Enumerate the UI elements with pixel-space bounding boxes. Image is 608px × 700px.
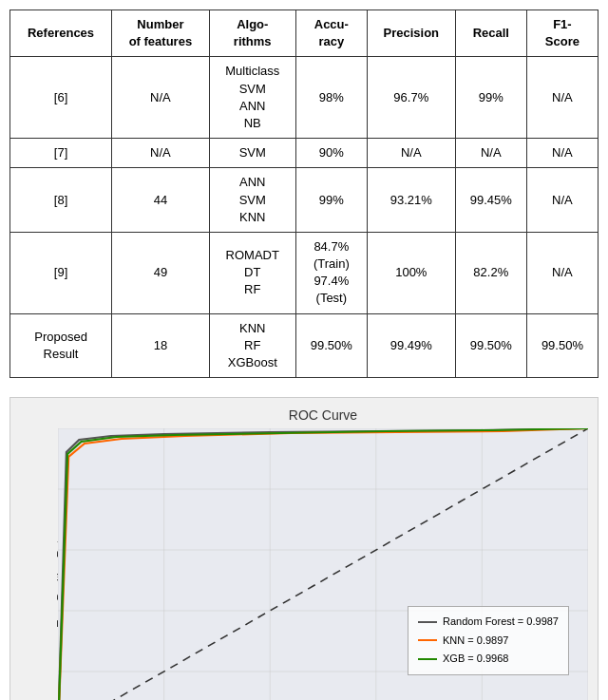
f1-7: N/A xyxy=(526,139,598,168)
prec-7: N/A xyxy=(367,139,455,168)
roc-chart-container: ROC Curve True Positive Rate xyxy=(10,397,598,700)
recall-6: 99% xyxy=(455,57,526,139)
f1-6: N/A xyxy=(526,57,598,139)
table-row-proposed: ProposedResult 18 KNNRFXGBoost 99.50% 99… xyxy=(10,313,598,378)
acc-proposed: 99.50% xyxy=(295,313,367,378)
legend-label-knn: KNN = 0.9897 xyxy=(443,632,508,651)
legend-item-rf: Random Forest = 0.9987 xyxy=(418,613,559,632)
prec-8: 93.21% xyxy=(367,168,455,233)
table-row: [6] N/A MulticlassSVMANNNB 98% 96.7% 99%… xyxy=(10,57,598,139)
roc-chart-area: 0.0 0.2 0.4 0.6 0.8 1.0 0.0 0.2 0.4 0.6 … xyxy=(58,428,588,700)
recall-8: 99.45% xyxy=(455,168,526,233)
ref-9: [9] xyxy=(10,232,112,313)
legend-color-knn xyxy=(418,639,437,641)
legend-color-xgb xyxy=(418,658,437,660)
acc-6: 98% xyxy=(295,57,367,139)
features-6: N/A xyxy=(112,57,210,139)
legend-color-rf xyxy=(418,621,437,623)
algo-6: MulticlassSVMANNNB xyxy=(209,57,295,139)
prec-6: 96.7% xyxy=(367,57,455,139)
col-header-precision: Precision xyxy=(367,10,455,57)
roc-title: ROC Curve xyxy=(58,407,588,423)
col-header-references: References xyxy=(10,10,112,57)
algo-9: ROMADTDTRF xyxy=(209,232,295,313)
col-header-features: Numberof features xyxy=(112,10,210,57)
legend-item-knn: KNN = 0.9897 xyxy=(418,632,559,651)
features-proposed: 18 xyxy=(112,313,210,378)
ref-7: [7] xyxy=(10,139,112,168)
recall-proposed: 99.50% xyxy=(455,313,526,378)
prec-proposed: 99.49% xyxy=(367,313,455,378)
ref-8: [8] xyxy=(10,168,112,233)
col-header-accuracy: Accu-racy xyxy=(295,10,367,57)
algo-7: SVM xyxy=(209,139,295,168)
legend-label-xgb: XGB = 0.9968 xyxy=(443,650,508,669)
features-7: N/A xyxy=(112,139,210,168)
features-8: 44 xyxy=(112,168,210,233)
f1-9: N/A xyxy=(526,232,598,313)
table-row: [7] N/A SVM 90% N/A N/A N/A xyxy=(10,139,598,168)
prec-9: 100% xyxy=(367,232,455,313)
acc-7: 90% xyxy=(295,139,367,168)
recall-9: 82.2% xyxy=(455,232,526,313)
col-header-recall: Recall xyxy=(455,10,526,57)
comparison-table: References Numberof features Algo-rithms… xyxy=(10,9,598,378)
recall-7: N/A xyxy=(455,139,526,168)
table-row: [8] 44 ANNSVMKNN 99% 93.21% 99.45% N/A xyxy=(10,168,598,233)
legend-item-xgb: XGB = 0.9968 xyxy=(418,650,559,669)
table-row: [9] 49 ROMADTDTRF 84.7%(Train)97.4%(Test… xyxy=(10,232,598,313)
col-header-algorithms: Algo-rithms xyxy=(209,10,295,57)
f1-8: N/A xyxy=(526,168,598,233)
col-header-f1: F1-Score xyxy=(526,10,598,57)
algo-8: ANNSVMKNN xyxy=(209,168,295,233)
roc-legend: Random Forest = 0.9987 KNN = 0.9897 XGB … xyxy=(408,606,569,675)
ref-proposed: ProposedResult xyxy=(10,313,112,378)
acc-9: 84.7%(Train)97.4%(Test) xyxy=(295,232,367,313)
f1-proposed: 99.50% xyxy=(526,313,598,378)
acc-8: 99% xyxy=(295,168,367,233)
ref-6: [6] xyxy=(10,57,112,139)
features-9: 49 xyxy=(112,232,210,313)
legend-label-rf: Random Forest = 0.9987 xyxy=(443,613,559,632)
algo-proposed: KNNRFXGBoost xyxy=(209,313,295,378)
